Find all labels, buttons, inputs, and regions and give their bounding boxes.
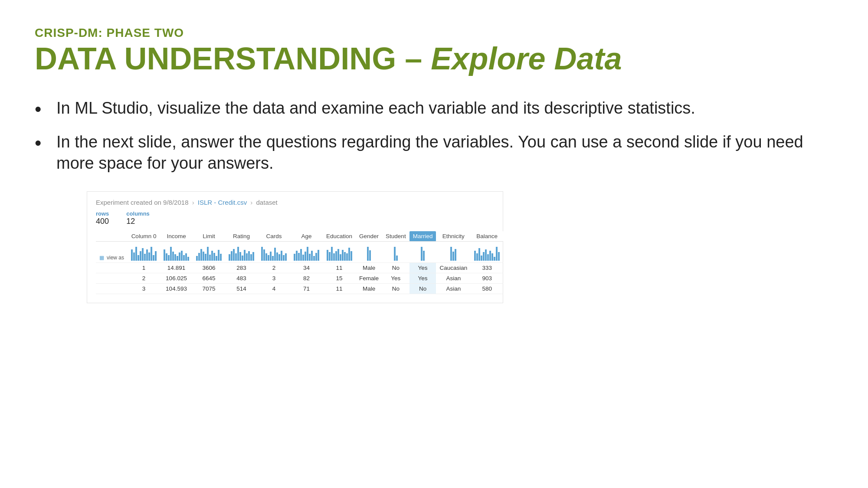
chart-cell-income: [160, 242, 193, 263]
bullet-list: In ML Studio, visualize the data and exa…: [35, 98, 833, 174]
chart-icon: ▦: [99, 255, 104, 261]
view-as-cell[interactable]: ▦view as: [96, 242, 128, 263]
cell-r2-c2: 7075: [193, 284, 225, 294]
cell-r2-c1: 104.593: [160, 284, 193, 294]
title: DATA UNDERSTANDING – Explore Data: [35, 42, 833, 76]
dataset-container: Experiment created on 9/8/2018 › ISLR - …: [87, 191, 503, 303]
column-header-student[interactable]: Student: [382, 231, 409, 242]
cell-r0-c7: Male: [356, 263, 382, 273]
cell-r1-c8: Yes: [382, 273, 409, 284]
column-header-limit[interactable]: Limit: [193, 231, 225, 242]
cell-r0-c8: No: [382, 263, 409, 273]
cell-r2-c0: 3: [128, 284, 160, 294]
cell-r0-c4: 2: [258, 263, 290, 273]
meta-row: rows 400 columns 12: [96, 210, 494, 226]
bullet-1: In ML Studio, visualize the data and exa…: [35, 98, 833, 119]
cell-r1-c1: 106.025: [160, 273, 193, 284]
column-header-ethnicity[interactable]: Ethnicity: [436, 231, 471, 242]
subtitle: CRISP-DM: PHASE TWO: [35, 26, 833, 40]
data-table: Column 0IncomeLimitRatingCardsAgeEducati…: [96, 231, 503, 294]
row-spacer: [96, 284, 128, 294]
chart-cell-limit: [193, 242, 225, 263]
cell-r2-c3: 514: [225, 284, 258, 294]
cell-r0-c1: 14.891: [160, 263, 193, 273]
column-header-education[interactable]: Education: [323, 231, 356, 242]
cell-r1-c4: 3: [258, 273, 290, 284]
cell-r1-c2: 6645: [193, 273, 225, 284]
cell-r1-c0: 2: [128, 273, 160, 284]
chart-row: ▦view as: [96, 242, 503, 263]
chart-cell-cards: [258, 242, 290, 263]
cell-r2-c6: 11: [323, 284, 356, 294]
cell-r2-c10: Asian: [436, 284, 471, 294]
cell-r1-c7: Female: [356, 273, 382, 284]
chart-cell-ethnicity: [436, 242, 471, 263]
cols-meta: columns 12: [126, 210, 149, 226]
row-spacer: [96, 263, 128, 273]
cell-r1-c9: Yes: [409, 273, 436, 284]
cell-r2-c11: 580: [471, 284, 503, 294]
column-header-gender[interactable]: Gender: [356, 231, 382, 242]
cell-r0-c2: 3606: [193, 263, 225, 273]
cell-r2-c9: No: [409, 284, 436, 294]
column-header-income[interactable]: Income: [160, 231, 193, 242]
column-header-column-0[interactable]: Column 0: [128, 231, 160, 242]
cell-r0-c6: 11: [323, 263, 356, 273]
column-header-cards[interactable]: Cards: [258, 231, 290, 242]
bullet-2: In the next slide, answer the questions …: [35, 131, 833, 174]
table-row: 2106.025664548338215FemaleYesYesAsian903: [96, 273, 503, 284]
breadcrumb: Experiment created on 9/8/2018 › ISLR - …: [96, 199, 494, 206]
cell-r1-c5: 82: [290, 273, 323, 284]
chart-cell-column-0: [128, 242, 160, 263]
table-row: 114.891360628323411MaleNoYesCaucasian333: [96, 263, 503, 273]
cell-r0-c3: 283: [225, 263, 258, 273]
cell-r0-c5: 34: [290, 263, 323, 273]
table-row: 3104.593707551447111MaleNoNoAsian580: [96, 284, 503, 294]
cell-r2-c4: 4: [258, 284, 290, 294]
chart-cell-balance: [471, 242, 503, 263]
cell-r1-c11: 903: [471, 273, 503, 284]
cell-r1-c3: 483: [225, 273, 258, 284]
chart-cell-rating: [225, 242, 258, 263]
column-header-age[interactable]: Age: [290, 231, 323, 242]
chart-cell-education: [323, 242, 356, 263]
cell-r2-c5: 71: [290, 284, 323, 294]
cell-r1-c10: Asian: [436, 273, 471, 284]
title-italic: Explore Data: [431, 41, 622, 76]
cell-r0-c11: 333: [471, 263, 503, 273]
rows-meta: rows 400: [96, 210, 109, 226]
cell-r2-c8: No: [382, 284, 409, 294]
chart-cell-age: [290, 242, 323, 263]
chart-cell-gender: [356, 242, 382, 263]
view-as-label: view as: [107, 255, 124, 261]
chart-cell-student: [382, 242, 409, 263]
column-header-rating[interactable]: Rating: [225, 231, 258, 242]
chart-cell-married: [409, 242, 436, 263]
column-header-balance[interactable]: Balance: [471, 231, 503, 242]
cell-r0-c0: 1: [128, 263, 160, 273]
view-as-header: [96, 231, 128, 242]
row-spacer: [96, 273, 128, 284]
title-normal: DATA UNDERSTANDING –: [35, 41, 422, 76]
cell-r0-c10: Caucasian: [436, 263, 471, 273]
column-header-married[interactable]: Married: [409, 231, 436, 242]
cell-r2-c7: Male: [356, 284, 382, 294]
cell-r0-c9: Yes: [409, 263, 436, 273]
cell-r1-c6: 15: [323, 273, 356, 284]
